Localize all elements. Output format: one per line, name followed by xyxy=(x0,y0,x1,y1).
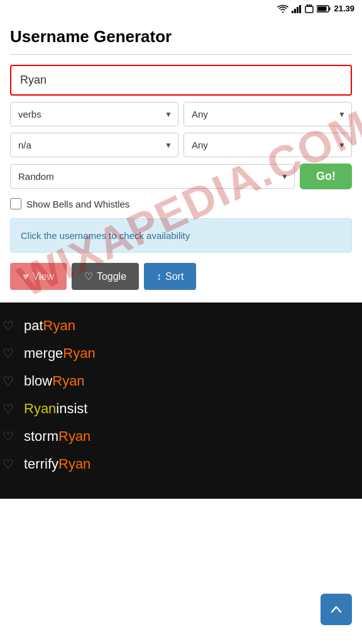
sd-icon xyxy=(305,4,314,13)
result-highlight: Ryan xyxy=(52,373,84,389)
sort-button[interactable]: ↕ Sort xyxy=(144,263,196,290)
result-prefix: storm xyxy=(24,428,58,444)
back-to-top-button[interactable] xyxy=(321,594,352,625)
list-item[interactable]: ♡stormRyan xyxy=(3,428,359,445)
heart-icon[interactable]: ♡ xyxy=(3,346,14,361)
svg-rect-9 xyxy=(329,7,331,10)
svg-rect-3 xyxy=(299,5,301,13)
svg-rect-4 xyxy=(305,6,313,13)
any-select-1[interactable]: Any 1 2 3 xyxy=(184,102,352,126)
svg-rect-1 xyxy=(294,9,296,13)
svg-rect-2 xyxy=(297,7,299,13)
result-highlight: Ryan xyxy=(24,401,56,416)
time-display: 21.39 xyxy=(334,4,354,13)
result-highlight: Ryan xyxy=(58,428,90,444)
main-content: Username Generator verbs nouns adjective… xyxy=(0,17,362,290)
svg-rect-0 xyxy=(292,11,293,13)
status-icons: 21.39 xyxy=(277,4,354,13)
list-item[interactable]: ♡patRyan xyxy=(3,318,359,334)
info-text: Click the usernames to check availabilit… xyxy=(21,230,190,241)
result-text[interactable]: terrifyRyan xyxy=(24,456,90,472)
na-select-wrap: n/a prefix suffix ▼ xyxy=(10,133,178,157)
signal-icon xyxy=(292,4,302,13)
verb-select-wrap: verbs nouns adjectives ▼ xyxy=(10,102,178,126)
heart-outline-icon: ♡ xyxy=(84,270,93,282)
search-input[interactable] xyxy=(10,65,352,96)
result-text[interactable]: patRyan xyxy=(24,318,75,334)
results-area: ♡patRyan♡mergeRyan♡blowRyan♡Ryaninsist♡s… xyxy=(0,303,362,499)
info-box: Click the usernames to check availabilit… xyxy=(10,218,352,253)
svg-rect-10 xyxy=(318,6,327,11)
result-prefix: pat xyxy=(24,318,43,333)
go-row: Random Alphabetical Length ▼ Go! xyxy=(10,164,352,189)
sort-icon: ↕ xyxy=(156,271,162,282)
list-item[interactable]: ♡Ryaninsist xyxy=(3,401,359,417)
result-prefix: terrify xyxy=(24,456,58,472)
page-title: Username Generator xyxy=(10,27,352,47)
any-select-wrap-1: Any 1 2 3 ▼ xyxy=(184,102,352,126)
result-text[interactable]: blowRyan xyxy=(24,373,85,389)
na-select[interactable]: n/a prefix suffix xyxy=(10,133,178,157)
heart-icon[interactable]: ♡ xyxy=(3,318,14,333)
heart-icon[interactable]: ♡ xyxy=(3,457,14,472)
chevron-up-icon xyxy=(329,602,343,616)
wifi-icon xyxy=(277,4,288,13)
view-button[interactable]: ♥ View xyxy=(10,263,67,290)
random-select-wrap: Random Alphabetical Length ▼ xyxy=(10,164,295,189)
result-prefix: merge xyxy=(24,345,63,361)
result-highlight: Ryan xyxy=(63,345,95,361)
heart-filled-icon: ♥ xyxy=(23,271,29,282)
result-prefix: blow xyxy=(24,373,52,389)
toggle-button[interactable]: ♡ Toggle xyxy=(72,263,139,290)
go-button[interactable]: Go! xyxy=(300,164,352,189)
checkbox-row: Show Bells and Whistles xyxy=(10,198,352,209)
status-bar: 21.39 xyxy=(0,0,362,17)
divider xyxy=(10,54,352,55)
bells-checkbox[interactable] xyxy=(10,198,21,209)
svg-rect-7 xyxy=(310,4,312,7)
battery-icon xyxy=(317,5,331,13)
result-highlight: Ryan xyxy=(58,456,90,472)
dropdown-row-2: n/a prefix suffix ▼ Any 1 2 3 ▼ xyxy=(10,133,352,157)
list-item[interactable]: ♡blowRyan xyxy=(3,373,359,389)
heart-icon[interactable]: ♡ xyxy=(3,401,14,416)
result-highlight: Ryan xyxy=(43,318,75,333)
list-item[interactable]: ♡terrifyRyan xyxy=(3,456,359,472)
watermark-container: Click the usernames to check availabilit… xyxy=(10,218,352,253)
bells-label[interactable]: Show Bells and Whistles xyxy=(26,199,129,209)
any-select-2[interactable]: Any 1 2 3 xyxy=(184,133,352,157)
dropdown-row-1: verbs nouns adjectives ▼ Any 1 2 3 ▼ xyxy=(10,102,352,126)
verb-select[interactable]: verbs nouns adjectives xyxy=(10,102,178,126)
action-buttons: ♥ View ♡ Toggle ↕ Sort xyxy=(10,263,352,290)
result-text[interactable]: mergeRyan xyxy=(24,345,96,362)
any-select-wrap-2: Any 1 2 3 ▼ xyxy=(184,133,352,157)
result-text[interactable]: Ryaninsist xyxy=(24,401,87,417)
result-text[interactable]: stormRyan xyxy=(24,428,90,445)
svg-rect-6 xyxy=(309,4,310,7)
heart-icon[interactable]: ♡ xyxy=(3,374,14,389)
heart-icon[interactable]: ♡ xyxy=(3,429,14,444)
random-select[interactable]: Random Alphabetical Length xyxy=(10,164,295,189)
svg-rect-5 xyxy=(307,4,308,7)
list-item[interactable]: ♡mergeRyan xyxy=(3,345,359,362)
result-suffix: insist xyxy=(56,401,87,416)
